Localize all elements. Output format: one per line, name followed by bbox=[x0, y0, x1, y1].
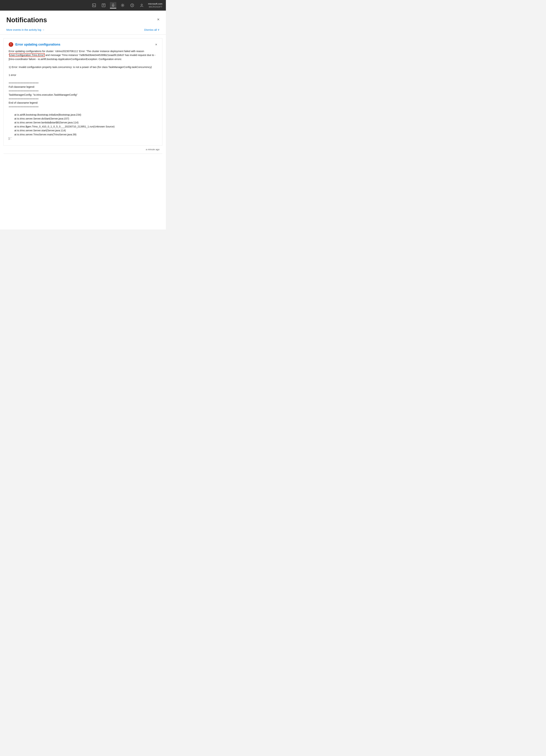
help-icon[interactable]: ? bbox=[129, 2, 135, 8]
panel-title: Notifications bbox=[6, 16, 47, 24]
notifications-panel: Notifications × More events in the activ… bbox=[0, 11, 166, 229]
topbar-user: microsoft.com MICROSOFT bbox=[148, 2, 162, 8]
settings-icon[interactable] bbox=[119, 2, 126, 8]
user-org: MICROSOFT bbox=[148, 5, 162, 8]
user-icon[interactable] bbox=[139, 2, 145, 8]
svg-point-6 bbox=[122, 5, 123, 6]
svg-point-9 bbox=[141, 4, 142, 5]
notification-title-row: ! Error updating configurations bbox=[9, 42, 60, 47]
svg-text:?: ? bbox=[131, 4, 133, 7]
notification-card: ! Error updating configurations × Error … bbox=[4, 38, 162, 146]
notification-close-button[interactable]: × bbox=[155, 43, 157, 46]
panel-links: More events in the activity log → Dismis… bbox=[0, 27, 166, 35]
error-icon: ! bbox=[9, 42, 13, 47]
bell-icon[interactable] bbox=[110, 2, 116, 8]
highlighted-error-code: User.Configuration.Trino.Error' bbox=[9, 53, 45, 57]
panel-header: Notifications × bbox=[0, 11, 166, 27]
panel-close-button[interactable]: × bbox=[157, 17, 160, 22]
topbar: ? microsoft.com MICROSOFT bbox=[0, 0, 166, 11]
user-domain: microsoft.com bbox=[148, 2, 162, 5]
activity-log-link[interactable]: More events in the activity log → bbox=[6, 28, 45, 31]
notification-body: Error updating configurations for cluste… bbox=[9, 49, 157, 141]
notification-title: Error updating configurations bbox=[15, 43, 60, 46]
notification-card-header: ! Error updating configurations × bbox=[9, 42, 157, 47]
body-after-highlight: and message 'Trino instance '7a9b5bd3b4e… bbox=[9, 54, 156, 140]
dismiss-all-button[interactable]: Dismiss all ∨ bbox=[144, 28, 160, 31]
terminal-icon[interactable] bbox=[91, 2, 97, 8]
filter-icon[interactable] bbox=[100, 2, 107, 8]
notification-timestamp: a minute ago bbox=[0, 146, 166, 151]
